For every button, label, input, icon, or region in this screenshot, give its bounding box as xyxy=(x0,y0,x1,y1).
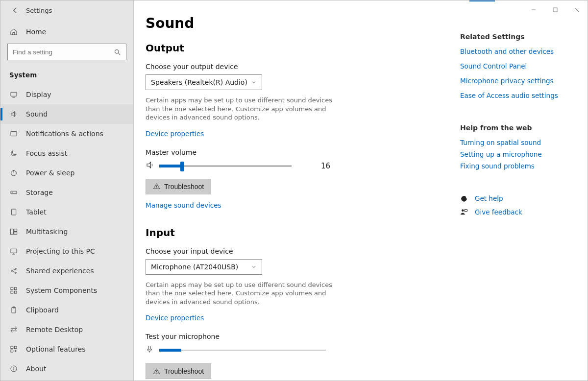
give-feedback-row[interactable]: Give feedback xyxy=(460,208,573,216)
input-choose-label: Choose your input device xyxy=(146,247,445,255)
home-label: Home xyxy=(26,28,46,36)
display-icon xyxy=(9,91,18,98)
nav-components[interactable]: System Components xyxy=(0,281,133,300)
svg-rect-50 xyxy=(465,210,467,212)
mic-meter xyxy=(146,344,445,356)
multitasking-icon xyxy=(9,228,18,236)
get-help-row[interactable]: ? Get help xyxy=(460,194,573,202)
nav-label: Storage xyxy=(26,189,53,196)
microphone-icon xyxy=(146,344,153,356)
nav-list: Display Sound Notifications & actions Fo… xyxy=(0,85,133,379)
clipboard-icon xyxy=(9,306,18,314)
close-button[interactable] xyxy=(566,3,588,16)
search-input[interactable] xyxy=(12,48,114,56)
nav-tablet[interactable]: Tablet xyxy=(0,202,133,222)
volume-slider[interactable] xyxy=(159,160,292,172)
input-device-properties-link[interactable]: Device properties xyxy=(146,314,204,322)
svg-rect-2 xyxy=(11,92,17,96)
svg-point-9 xyxy=(12,192,12,192)
window-controls xyxy=(523,3,588,16)
output-device-properties-link[interactable]: Device properties xyxy=(146,130,204,138)
home-button[interactable]: Home xyxy=(0,20,133,44)
input-troubleshoot-button[interactable]: Troubleshoot xyxy=(146,363,211,379)
warning-icon xyxy=(153,183,160,190)
svg-rect-14 xyxy=(14,232,17,235)
master-volume-label: Master volume xyxy=(146,148,445,156)
get-help-link[interactable]: Get help xyxy=(475,194,503,202)
svg-rect-44 xyxy=(148,346,150,350)
components-icon xyxy=(9,286,18,294)
search-icon xyxy=(114,48,121,56)
svg-rect-22 xyxy=(14,287,17,290)
svg-rect-24 xyxy=(14,291,17,293)
volume-icon[interactable] xyxy=(146,161,154,171)
help-link-setup-microphone[interactable]: Setting up a microphone xyxy=(460,150,573,158)
related-link-ease-of-access[interactable]: Ease of Access audio settings xyxy=(460,92,573,99)
troubleshoot-label: Troubleshoot xyxy=(164,183,204,190)
nav-storage[interactable]: Storage xyxy=(0,183,133,202)
nav-clipboard[interactable]: Clipboard xyxy=(0,300,133,320)
input-heading: Input xyxy=(146,227,445,238)
output-troubleshoot-button[interactable]: Troubleshoot xyxy=(146,179,211,194)
accent-tab xyxy=(469,0,495,1)
nav-focus-assist[interactable]: Focus assist xyxy=(0,143,133,163)
nav-sound[interactable]: Sound xyxy=(0,104,133,124)
input-help-text: Certain apps may be set up to use differ… xyxy=(146,281,342,307)
output-section: Output Choose your output device Speaker… xyxy=(146,42,445,212)
content: Sound Output Choose your output device S… xyxy=(134,0,460,381)
output-device-select[interactable]: Speakers (Realtek(R) Audio) xyxy=(146,74,262,90)
slider-thumb[interactable] xyxy=(180,162,184,171)
related-link-sound-control-panel[interactable]: Sound Control Panel xyxy=(460,62,573,70)
svg-rect-23 xyxy=(11,291,13,293)
output-manage-link[interactable]: Manage sound devices xyxy=(146,201,221,209)
help-link-fixing-sound[interactable]: Fixing sound problems xyxy=(460,162,573,170)
svg-line-19 xyxy=(12,269,15,271)
mic-level-meter xyxy=(159,350,326,351)
nav-label: Tablet xyxy=(26,208,47,216)
svg-point-43 xyxy=(156,188,157,188)
give-feedback-link[interactable]: Give feedback xyxy=(475,208,522,216)
nav-display[interactable]: Display xyxy=(0,85,133,104)
svg-line-20 xyxy=(12,271,15,273)
nav-label: Sound xyxy=(26,110,48,118)
input-section: Input Choose your input device Microphon… xyxy=(146,227,445,381)
nav-label: Remote Desktop xyxy=(26,326,83,333)
svg-marker-41 xyxy=(147,162,151,168)
project-icon xyxy=(9,247,18,255)
maximize-button[interactable] xyxy=(544,3,566,16)
nav-label: Display xyxy=(26,91,51,98)
nav-about[interactable]: About xyxy=(0,359,133,379)
svg-rect-31 xyxy=(11,350,13,352)
related-link-microphone-privacy[interactable]: Microphone privacy settings xyxy=(460,77,573,85)
nav-projecting[interactable]: Projecting to this PC xyxy=(0,241,133,261)
power-icon xyxy=(9,169,18,177)
svg-rect-15 xyxy=(11,249,17,253)
minimize-button[interactable] xyxy=(523,3,544,16)
svg-point-18 xyxy=(15,272,17,274)
input-device-select[interactable]: Microphone (AT2040USB) xyxy=(146,259,262,275)
main: Sound Output Choose your output device S… xyxy=(134,0,588,381)
nav-remote[interactable]: Remote Desktop xyxy=(0,320,133,339)
nav-multitasking[interactable]: Multitasking xyxy=(0,222,133,241)
output-heading: Output xyxy=(146,42,445,54)
help-link-spatial-sound[interactable]: Turning on spatial sound xyxy=(460,139,573,146)
storage-icon xyxy=(9,189,18,196)
slider-fill xyxy=(159,165,180,167)
nav-label: Projecting to this PC xyxy=(26,247,95,255)
nav-notifications[interactable]: Notifications & actions xyxy=(0,124,133,143)
svg-point-49 xyxy=(462,210,464,212)
group-title: System xyxy=(0,64,133,85)
nav-shared[interactable]: Shared experiences xyxy=(0,261,133,281)
help-from-web-group: Help from the web Turning on spatial sou… xyxy=(460,124,573,170)
back-button[interactable] xyxy=(5,6,25,14)
right-rail: Related Settings Bluetooth and other dev… xyxy=(460,0,588,381)
nav-power[interactable]: Power & sleep xyxy=(0,163,133,183)
nav-optional[interactable]: Optional features xyxy=(0,339,133,359)
output-help-text: Certain apps may be set up to use differ… xyxy=(146,96,342,122)
search-input-box[interactable] xyxy=(7,44,126,60)
sidebar-header: Settings xyxy=(0,0,133,20)
related-settings-heading: Related Settings xyxy=(460,33,573,41)
svg-point-36 xyxy=(14,367,14,368)
nav-label: System Components xyxy=(26,286,97,294)
related-link-bluetooth[interactable]: Bluetooth and other devices xyxy=(460,48,573,55)
